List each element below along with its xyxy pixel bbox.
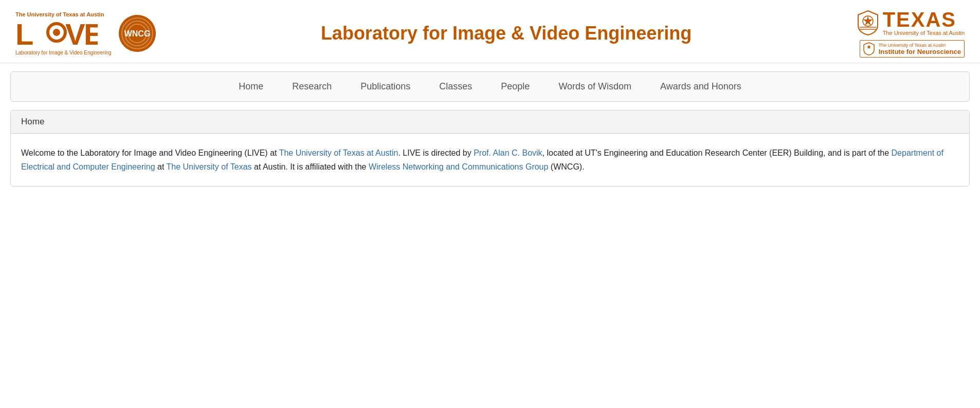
main-content-area: Home Welcome to the Laboratory for Image…	[10, 110, 970, 187]
live-sub-label: Laboratory for Image & Video Engineering	[15, 50, 112, 55]
intro-text-1: Welcome to the Laboratory for Image and …	[21, 149, 279, 157]
nav-awards-and-honors[interactable]: Awards and Honors	[646, 72, 756, 101]
nav-classes[interactable]: Classes	[425, 72, 486, 101]
nav-people[interactable]: People	[486, 72, 544, 101]
wncg-logo[interactable]: WNCG	[119, 15, 156, 52]
nav-words-of-wisdom[interactable]: Words of Wisdom	[544, 72, 646, 101]
intro-text-3: , located at UT's Engineering and Educat…	[542, 149, 892, 157]
svg-text:WNCG: WNCG	[124, 29, 150, 38]
intro-paragraph: Welcome to the Laboratory for Image and …	[21, 146, 959, 174]
svg-point-2	[53, 29, 60, 36]
neuro-line2: Institute for Neuroscience	[879, 48, 961, 55]
svg-text:E: E	[84, 18, 98, 49]
neuroscience-logo[interactable]: The University of Texas at Austin Instit…	[860, 40, 965, 58]
site-title: Laboratory for Image & Video Engineering	[156, 23, 857, 44]
right-logos: TEXAS The University of Texas at Austin …	[857, 9, 965, 58]
ut-austin-link[interactable]: The University of Texas at Austin	[279, 149, 398, 157]
left-logos: The University of Texas at Austin L V E …	[15, 11, 156, 55]
texas-wordmark: TEXAS The University of Texas at Austin	[883, 9, 965, 36]
neuro-text: The University of Texas at Austin Instit…	[879, 43, 961, 55]
neuro-line1: The University of Texas at Austin	[879, 43, 961, 48]
texas-shield-icon	[857, 10, 879, 35]
nav-publications[interactable]: Publications	[346, 72, 425, 101]
intro-text-end: (WNCG).	[548, 162, 584, 171]
svg-marker-14	[866, 45, 870, 49]
ut-label: The University of Texas at Austin	[15, 11, 104, 17]
content-section-title: Home	[11, 110, 969, 134]
main-nav: Home Research Publications Classes Peopl…	[10, 71, 970, 102]
bovik-link[interactable]: Prof. Alan C. Bovik	[474, 149, 542, 157]
wncg-logo-svg: WNCG	[119, 15, 156, 52]
intro-text-4: at	[155, 162, 167, 171]
wncg-link[interactable]: Wireless Networking and Communications G…	[369, 162, 548, 171]
neuroscience-shield-icon	[863, 42, 875, 55]
texas-sub-text: The University of Texas at Austin	[883, 30, 965, 36]
content-body: Welcome to the Laboratory for Image and …	[11, 134, 969, 186]
nav-research[interactable]: Research	[278, 72, 346, 101]
nav-home[interactable]: Home	[224, 72, 278, 101]
ut-link[interactable]: The University of Texas	[167, 162, 252, 171]
live-logo[interactable]: The University of Texas at Austin L V E …	[15, 11, 112, 55]
texas-logo[interactable]: TEXAS The University of Texas at Austin	[857, 9, 965, 36]
page-header: The University of Texas at Austin L V E …	[0, 0, 980, 63]
svg-text:V: V	[65, 18, 85, 49]
svg-text:L: L	[15, 18, 33, 49]
intro-text-5: at Austin. It is affiliated with the	[252, 162, 369, 171]
intro-text-2: . LIVE is directed by	[398, 149, 474, 157]
live-logo-svg: L V E	[15, 18, 98, 49]
texas-big-text: TEXAS	[883, 9, 956, 30]
